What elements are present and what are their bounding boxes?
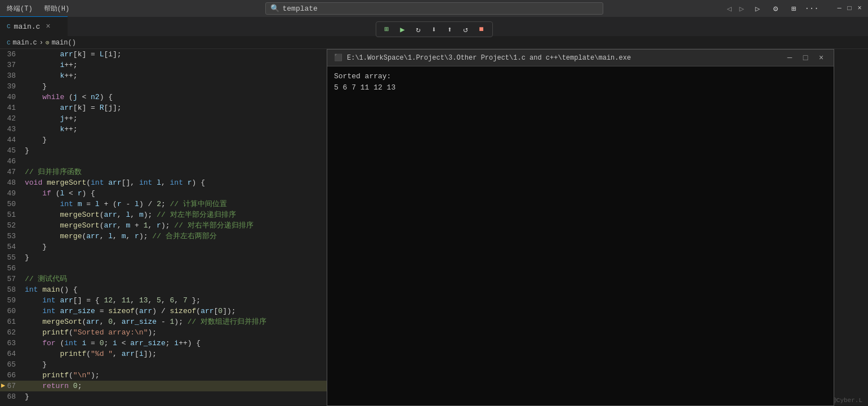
table-row: 50 int m = l + (r - l) / 2; // 计算中间位置	[0, 199, 327, 209]
debug-toolbar: ⊞ ▶ ↻ ⬇ ⬆ ↺ ■	[376, 21, 493, 37]
terminal-title: E:\1.WorkSpace\1.Project\3.Other Project…	[347, 54, 780, 62]
terminal-exe-icon: ⬛	[334, 53, 342, 62]
maximize-button[interactable]: □	[845, 5, 853, 12]
step-out-icon: ⬆	[447, 25, 452, 34]
table-row: 47 // 归并排序函数	[0, 167, 327, 177]
nav-back-icon[interactable]: ◁	[724, 4, 733, 14]
code-editor[interactable]: 36 arr[k] = L[i]; 37 i++; 38 k++; 39 }	[0, 49, 327, 406]
title-bar: 终端(T) 帮助(H) 🔍 template ◁ ▷ ▷ ⚙ ⊞ ··· ─ □…	[0, 0, 868, 17]
tab-main-c[interactable]: C main.c ×	[0, 16, 68, 36]
table-row: 45 }	[0, 145, 327, 156]
run-button[interactable]: ▷	[750, 1, 765, 16]
tab-close-button[interactable]: ×	[43, 22, 52, 31]
line-number: 55	[0, 252, 23, 263]
nav-forward-icon[interactable]: ▷	[737, 4, 746, 14]
line-number: 52	[0, 220, 23, 231]
close-button[interactable]: ×	[856, 5, 863, 12]
tab-label: main.c	[14, 23, 41, 31]
breadcrumb: C main.c › ⊙ main()	[0, 37, 868, 49]
debug-run-button[interactable]: ⊞	[380, 23, 394, 35]
line-content: mergeSort(arr, 0, arr_size - 1); // 对数组进…	[23, 316, 327, 327]
line-number: 65	[0, 359, 23, 370]
split-editor-button[interactable]: ⊞	[786, 1, 802, 16]
tab-file-icon: C	[7, 23, 11, 30]
minimize-icon: ─	[787, 53, 792, 63]
terminal-close-button[interactable]: ×	[816, 52, 827, 64]
line-number: 61	[0, 316, 23, 327]
menu-help[interactable]: 帮助(H)	[42, 3, 72, 15]
debug-step-into-button[interactable]: ⬇	[427, 23, 442, 35]
line-content: i++;	[23, 60, 327, 70]
table-row: 40 while (j < n2) {	[0, 92, 327, 102]
line-number: 51	[0, 209, 23, 220]
title-bar-search[interactable]: 🔍 template	[265, 2, 603, 15]
line-number: 47	[0, 167, 23, 177]
debug-step-over-button[interactable]: ↻	[411, 23, 426, 35]
table-row: 64 printf("%d ", arr[i]);	[0, 349, 327, 359]
table-row: 44 }	[0, 135, 327, 145]
breadcrumb-func[interactable]: main()	[52, 39, 76, 47]
maximize-icon: □	[803, 53, 808, 63]
minimize-button[interactable]: ─	[835, 5, 843, 12]
line-number: 68	[0, 391, 23, 402]
line-content: arr[k] = R[j];	[23, 102, 327, 113]
line-content: merge(arr, l, m, r); // 合并左右两部分	[23, 231, 327, 242]
step-over-icon: ↻	[416, 25, 420, 34]
line-content: void mergeSort(int arr[], int l, int r) …	[23, 177, 327, 188]
line-number: 53	[0, 231, 23, 242]
terminal-minimize-button[interactable]: ─	[784, 52, 795, 64]
line-number: 59	[0, 295, 23, 306]
debug-stop-button[interactable]: ■	[474, 23, 489, 35]
breadcrumb-file[interactable]: main.c	[13, 39, 37, 47]
table-row: 60 int arr_size = sizeof(arr) / sizeof(a…	[0, 306, 327, 316]
line-number: 39	[0, 81, 23, 92]
line-content: }	[23, 242, 327, 252]
line-number: 54	[0, 242, 23, 252]
menu-terminal[interactable]: 终端(T)	[5, 3, 35, 15]
table-row: 51 mergeSort(arr, l, m); // 对左半部分递归排序	[0, 209, 327, 220]
breadcrumb-func-icon: ⊙	[46, 39, 50, 46]
line-content: k++;	[23, 70, 327, 81]
topright-icons: ▷ ⚙ ⊞ ··· ─ □ ×	[750, 1, 863, 16]
more-actions-button[interactable]: ···	[804, 1, 820, 16]
table-row: 38 k++;	[0, 70, 327, 81]
line-number: 57	[0, 274, 23, 284]
line-content: int arr_size = sizeof(arr) / sizeof(arr[…	[23, 306, 327, 316]
line-content: for (int i = 0; i < arr_size; i++) {	[23, 338, 327, 349]
line-number: 46	[0, 156, 23, 167]
terminal-maximize-button[interactable]: □	[800, 52, 811, 64]
line-content: }	[23, 145, 327, 156]
table-row: 68 }	[0, 391, 327, 402]
line-content: k++;	[23, 124, 327, 135]
table-row: 66 printf("\n");	[0, 370, 327, 381]
line-content: }	[23, 135, 327, 145]
line-number: 49	[0, 188, 23, 199]
terminal-output-line2: 5 6 7 11 12 13	[334, 82, 827, 93]
line-number: 58	[0, 284, 23, 295]
table-row: 42 j++;	[0, 113, 327, 124]
line-number: 40	[0, 92, 23, 102]
line-number: 63	[0, 338, 23, 349]
line-number: 48	[0, 177, 23, 188]
table-row: 57 // 测试代码	[0, 274, 327, 284]
line-number: 42	[0, 113, 23, 124]
settings-button[interactable]: ⚙	[768, 1, 784, 16]
debug-step-out-button[interactable]: ⬆	[443, 23, 457, 35]
table-row: 48 void mergeSort(int arr[], int l, int …	[0, 177, 327, 188]
line-content: if (l < r) {	[23, 188, 327, 199]
table-row: 63 for (int i = 0; i < arr_size; i++) {	[0, 338, 327, 349]
debug-restart-button[interactable]: ↺	[459, 23, 473, 35]
more-icon: ···	[804, 4, 818, 13]
table-row: 65 }	[0, 359, 327, 370]
line-number: 38	[0, 70, 23, 81]
editor-area: 36 arr[k] = L[i]; 37 i++; 38 k++; 39 }	[0, 49, 868, 406]
breadcrumb-separator: ›	[39, 39, 43, 47]
table-row: 46	[0, 156, 327, 167]
line-number: 62	[0, 327, 23, 338]
line-content: printf("Sorted array:\n");	[23, 327, 327, 338]
terminal-body[interactable]: Sorted array: 5 6 7 11 12 13	[327, 66, 834, 405]
debug-continue-button[interactable]: ▶	[395, 23, 410, 35]
table-row: 53 merge(arr, l, m, r); // 合并左右两部分	[0, 231, 327, 242]
line-content: }	[23, 359, 327, 370]
table-row: 61 mergeSort(arr, 0, arr_size - 1); // 对…	[0, 316, 327, 327]
